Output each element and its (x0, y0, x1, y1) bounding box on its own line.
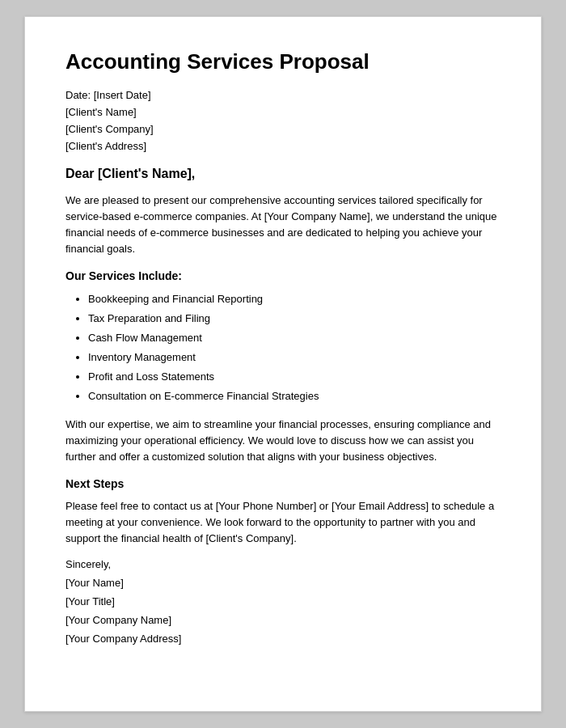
list-item: Bookkeeping and Financial Reporting (88, 290, 501, 308)
next-steps-heading: Next Steps (65, 477, 501, 490)
sig-name: [Your Name] (65, 577, 501, 589)
list-item: Tax Preparation and Filing (88, 310, 501, 328)
list-item: Consultation on E-commerce Financial Str… (88, 387, 501, 405)
services-list: Bookkeeping and Financial Reporting Tax … (88, 290, 501, 406)
next-steps-paragraph: Please feel free to contact us at [Your … (65, 498, 501, 547)
sig-title: [Your Title] (65, 595, 501, 607)
document-container: Accounting Services Proposal Date: [Inse… (24, 16, 542, 712)
list-item: Cash Flow Management (88, 329, 501, 347)
list-item: Inventory Management (88, 349, 501, 366)
sig-company: [Your Company Name] (65, 614, 501, 626)
list-item: Profit and Loss Statements (88, 368, 501, 386)
greeting: Dear [Client's Name], (65, 167, 501, 181)
sig-salutation: Sincerely, (65, 558, 501, 570)
date-line: Date: [Insert Date] (65, 89, 501, 101)
closing-paragraph: With our expertise, we aim to streamline… (65, 417, 501, 465)
sig-address: [Your Company Address] (65, 633, 501, 645)
services-heading: Our Services Include: (65, 269, 501, 282)
intro-paragraph: We are pleased to present our comprehens… (65, 193, 501, 258)
client-name-line: [Client's Name] (65, 106, 501, 118)
client-address-line: [Client's Address] (65, 140, 501, 152)
document-title: Accounting Services Proposal (65, 49, 501, 74)
client-company-line: [Client's Company] (65, 123, 501, 135)
signature-block: Sincerely, [Your Name] [Your Title] [You… (65, 558, 501, 645)
